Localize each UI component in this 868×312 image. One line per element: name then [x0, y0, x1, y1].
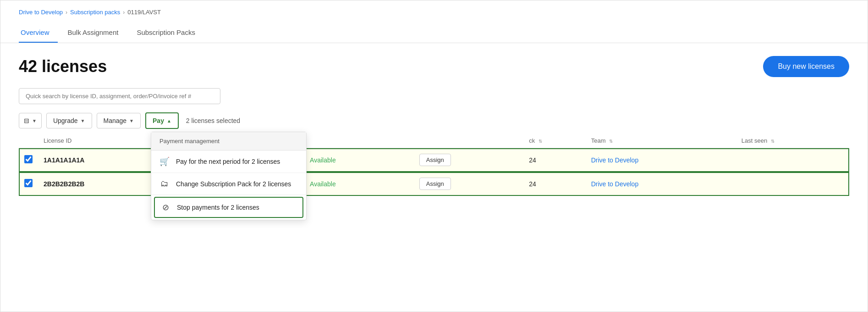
col-team[interactable]: Team ⇅	[586, 134, 736, 148]
page-wrapper: Drive to Develop › Subscription packs › …	[0, 0, 868, 312]
row-1-team[interactable]: Drive to Develop	[586, 148, 736, 172]
row-2-checkbox[interactable]	[24, 179, 33, 187]
row-2-assign-cell[interactable]: Assign	[414, 172, 523, 196]
dropdown-item-change-pack-label: Change Subscription Pack for 2 licenses	[176, 180, 291, 188]
row-1-assign-button[interactable]: Assign	[419, 154, 451, 166]
manage-button[interactable]: Manage ▼	[97, 113, 141, 128]
dropdown-item-pay-next-period[interactable]: 🛒 Pay for the next period for 2 licenses	[151, 150, 306, 173]
toolbar: ⊟ ▼ Upgrade ▼ Manage ▼ Pay ▲ 2 licenses …	[0, 109, 868, 134]
upgrade-button[interactable]: Upgrade ▼	[46, 113, 92, 128]
breadcrumb-sep-1: ›	[66, 9, 67, 16]
status-label: Available	[310, 180, 336, 188]
row-2-team-link[interactable]: Drive to Develop	[591, 180, 639, 188]
pay-chevron-icon: ▲	[167, 118, 171, 123]
table-wrapper: License ID Assigned to ↑ ck ⇅ Team ⇅	[0, 134, 868, 196]
tab-bulk-assignment[interactable]: Bulk Assignment	[66, 25, 127, 43]
row-2-team[interactable]: Drive to Develop	[586, 172, 736, 196]
search-input[interactable]	[19, 88, 220, 104]
search-row	[0, 82, 868, 109]
col-assign	[414, 134, 523, 148]
stop-icon: ⊘	[160, 202, 170, 212]
dropdown-header: Payment management	[151, 132, 306, 150]
row-2-checkbox-cell[interactable]	[19, 172, 38, 196]
licenses-table: License ID Assigned to ↑ ck ⇅ Team ⇅	[19, 134, 849, 196]
row-1-checkbox-cell[interactable]	[19, 148, 38, 172]
row-2-last-seen	[736, 172, 849, 196]
upgrade-label: Upgrade	[53, 117, 78, 124]
header-row: 42 licenses Buy new licenses	[0, 43, 868, 82]
breadcrumb: Drive to Develop › Subscription packs › …	[0, 0, 868, 20]
row-1-status: Available	[295, 148, 414, 172]
tabs-bar: Overview Bulk Assignment Subscription Pa…	[0, 20, 868, 43]
row-2-assign-button[interactable]: Assign	[419, 178, 451, 190]
row-1-last-seen	[736, 148, 849, 172]
breadcrumb-drive-to-develop[interactable]: Drive to Develop	[19, 9, 63, 16]
team-sort-icon: ⇅	[609, 139, 613, 144]
pack-sort-icon: ⇅	[538, 139, 542, 144]
col-last-seen[interactable]: Last seen ⇅	[736, 134, 849, 148]
cart-icon: 🛒	[159, 156, 170, 167]
breadcrumb-sep-2: ›	[123, 9, 125, 16]
license-id-value: 1A1A1A1A1A	[44, 156, 84, 164]
tab-subscription-packs[interactable]: Subscription Packs	[135, 25, 203, 43]
breadcrumb-current: 0119/LAVST	[127, 9, 161, 16]
row-1-team-link[interactable]: Drive to Develop	[591, 156, 639, 164]
row-1-checkbox[interactable]	[24, 155, 33, 163]
manage-label: Manage	[104, 117, 127, 124]
col-status	[295, 134, 414, 148]
col-checkbox	[19, 134, 38, 148]
dropdown-item-stop-label: Stop payments for 2 licenses	[177, 204, 259, 211]
select-chevron-icon: ▼	[32, 118, 37, 123]
select-icon: ⊟	[24, 117, 29, 124]
table-header-row: License ID Assigned to ↑ ck ⇅ Team ⇅	[19, 134, 849, 148]
manage-chevron-icon: ▼	[129, 118, 134, 123]
col-pack[interactable]: ck ⇅	[523, 134, 585, 148]
row-2-status: Available	[295, 172, 414, 196]
tab-overview[interactable]: Overview	[19, 25, 58, 43]
dropdown-item-change-pack[interactable]: 🗂 Change Subscription Pack for 2 license…	[151, 173, 306, 195]
dropdown-item-stop-payments[interactable]: ⊘ Stop payments for 2 licenses	[154, 197, 303, 218]
row-2-pack: 24	[523, 172, 585, 196]
license-id-value: 2B2B2B2B2B	[44, 180, 84, 188]
licenses-count: 42 licenses	[19, 57, 107, 76]
select-button[interactable]: ⊟ ▼	[19, 113, 42, 128]
pay-label: Pay	[153, 117, 164, 124]
pay-dropdown-menu: Payment management 🛒 Pay for the next pe…	[151, 132, 307, 220]
row-1-assign-cell[interactable]: Assign	[414, 148, 523, 172]
breadcrumb-subscription-packs[interactable]: Subscription packs	[70, 9, 120, 16]
pack-icon: 🗂	[159, 179, 170, 189]
row-1-pack: 24	[523, 148, 585, 172]
table-row: 1A1A1A1A1A Available Assign 24 Drive to …	[19, 148, 849, 172]
status-label: Available	[310, 156, 336, 164]
table-row: 2B2B2B2B2B Available Assign 24 Drive to …	[19, 172, 849, 196]
upgrade-chevron-icon: ▼	[81, 118, 85, 123]
buy-new-licenses-button[interactable]: Buy new licenses	[763, 56, 849, 77]
pay-button[interactable]: Pay ▲	[145, 112, 179, 129]
last-seen-sort-icon: ⇅	[771, 139, 775, 144]
dropdown-item-pay-label: Pay for the next period for 2 licenses	[176, 158, 280, 165]
selected-count-label: 2 licenses selected	[186, 117, 240, 124]
